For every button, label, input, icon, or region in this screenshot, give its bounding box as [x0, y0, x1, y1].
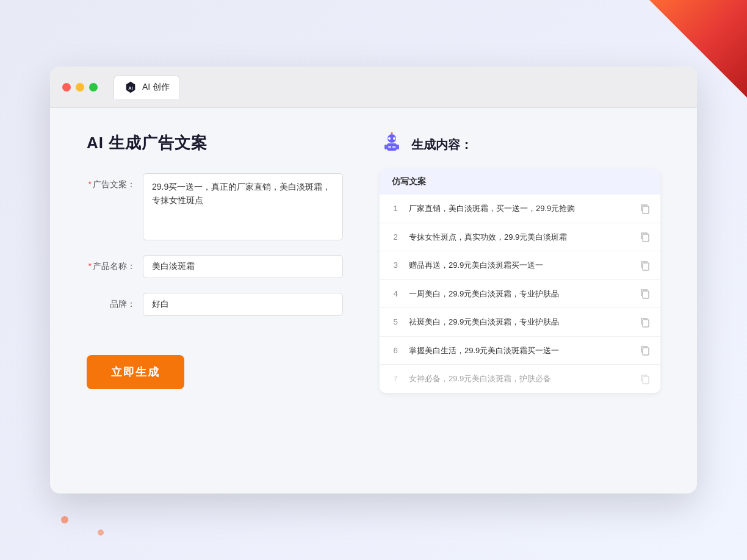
row-num: 6 [389, 346, 402, 355]
brand-input[interactable] [143, 293, 343, 316]
main-content: AI 生成广告文案 *广告文案： *产品名称： 品牌： 立 [50, 108, 697, 417]
copy-icon[interactable] [640, 203, 651, 214]
browser-tab[interactable]: AI AI 创作 [114, 75, 180, 99]
ad-copy-input[interactable] [143, 173, 343, 240]
table-header: 仿写文案 [380, 169, 660, 195]
row-text: 厂家直销，美白淡斑霜，买一送一，29.9元抢购 [409, 203, 632, 215]
table-row: 5 祛斑美白，29.9元美白淡斑霜，专业护肤品 [380, 308, 660, 337]
row-num: 7 [389, 374, 402, 383]
maximize-button[interactable] [89, 83, 98, 92]
close-button[interactable] [62, 83, 71, 92]
row-num: 3 [389, 260, 402, 270]
svg-rect-14 [643, 263, 649, 270]
right-panel: 生成内容： 仿写文案 1 厂家直销，美白淡斑霜，买一送一，29.9元抢购 2 专… [380, 132, 660, 393]
minimize-button[interactable] [76, 83, 84, 92]
traffic-lights [62, 83, 98, 92]
tab-title: AI 创作 [142, 82, 170, 93]
dot-decoration-2 [98, 529, 104, 536]
table-row: 3 赠品再送，29.9元美白淡斑霜买一送一 [380, 251, 660, 280]
row-text: 祛斑美白，29.9元美白淡斑霜，专业护肤品 [409, 316, 632, 328]
brand-group: 品牌： [87, 293, 343, 316]
row-text: 赠品再送，29.9元美白淡斑霜买一送一 [409, 259, 632, 271]
result-title: 生成内容： [411, 137, 472, 153]
title-bar: AI AI 创作 [50, 66, 697, 108]
robot-icon [380, 132, 404, 157]
ai-tab-icon: AI [124, 81, 137, 94]
svg-rect-13 [643, 234, 649, 242]
copy-icon[interactable] [640, 231, 651, 242]
row-text: 女神必备，29.9元美白淡斑霜，护肤必备 [409, 373, 632, 385]
row-text: 一周美白，29.9元美白淡斑霜，专业护肤品 [409, 288, 632, 300]
copy-icon[interactable] [640, 345, 651, 356]
ad-copy-label: *广告文案： [87, 173, 135, 190]
row-num: 1 [389, 204, 402, 213]
row-text: 掌握美白生活，29.9元美白淡斑霜买一送一 [409, 345, 632, 357]
svg-rect-4 [384, 145, 387, 149]
required-star-2: * [88, 261, 92, 271]
copy-icon[interactable] [640, 317, 651, 328]
table-row-dimmed: 7 女神必备，29.9元美白淡斑霜，护肤必备 [380, 365, 660, 393]
svg-point-7 [393, 137, 395, 140]
result-header: 生成内容： [380, 132, 660, 157]
product-name-label: *产品名称： [87, 255, 135, 272]
copy-icon[interactable] [640, 288, 651, 299]
svg-text:AI: AI [128, 85, 132, 91]
left-panel: AI 生成广告文案 *广告文案： *产品名称： 品牌： 立 [87, 132, 343, 393]
svg-rect-5 [397, 145, 399, 149]
dot-decoration-1 [61, 516, 68, 523]
svg-rect-18 [643, 376, 649, 384]
svg-point-6 [388, 137, 391, 140]
brand-label: 品牌： [87, 293, 135, 310]
svg-rect-16 [643, 320, 649, 327]
svg-rect-15 [643, 291, 649, 298]
svg-rect-17 [643, 348, 649, 355]
product-name-input[interactable] [143, 255, 343, 278]
row-num: 4 [389, 289, 402, 298]
ad-copy-group: *广告文案： [87, 173, 343, 240]
svg-rect-10 [388, 146, 391, 148]
row-num: 5 [389, 317, 402, 326]
copy-icon[interactable] [640, 260, 651, 271]
table-row: 4 一周美白，29.9元美白淡斑霜，专业护肤品 [380, 280, 660, 309]
results-table: 仿写文案 1 厂家直销，美白淡斑霜，买一送一，29.9元抢购 2 专抹女性斑点，… [380, 169, 660, 393]
svg-point-9 [391, 132, 393, 134]
generate-button[interactable]: 立即生成 [87, 355, 184, 389]
required-star-1: * [88, 179, 92, 189]
table-row: 1 厂家直销，美白淡斑霜，买一送一，29.9元抢购 [380, 195, 660, 223]
table-row: 6 掌握美白生活，29.9元美白淡斑霜买一送一 [380, 337, 660, 365]
row-num: 2 [389, 232, 402, 242]
page-title: AI 生成广告文案 [87, 132, 343, 154]
table-row: 2 专抹女性斑点，真实功效，29.9元美白淡斑霜 [380, 223, 660, 252]
product-name-group: *产品名称： [87, 255, 343, 278]
svg-rect-12 [643, 206, 649, 214]
browser-window: AI AI 创作 AI 生成广告文案 *广告文案： *产品名称： [50, 66, 697, 494]
row-text: 专抹女性斑点，真实功效，29.9元美白淡斑霜 [409, 231, 632, 243]
svg-rect-11 [392, 146, 395, 148]
copy-icon[interactable] [640, 373, 651, 384]
